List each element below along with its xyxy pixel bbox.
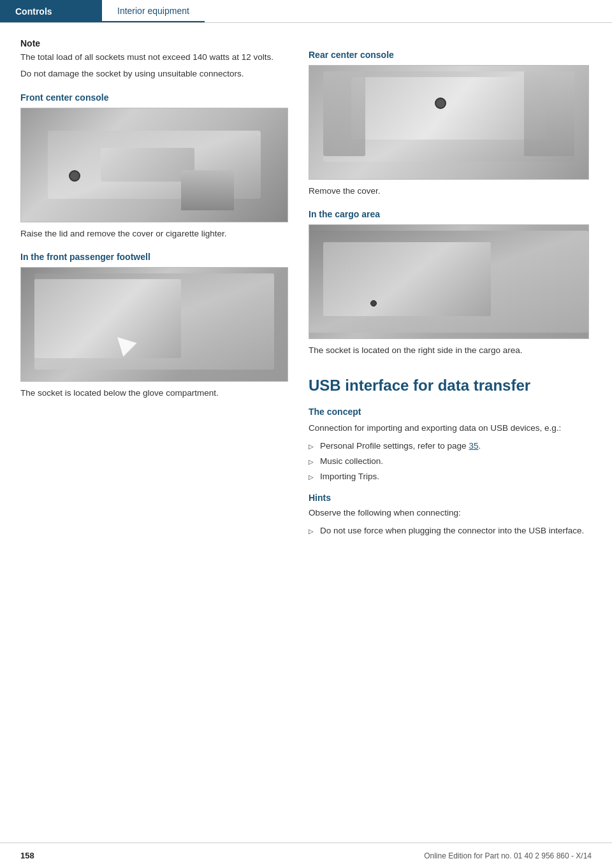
footwell-image — [20, 267, 288, 382]
footer-text: Online Edition for Part no. 01 40 2 956 … — [424, 851, 592, 860]
concept-bullets: Personal Profile settings, refer to page… — [309, 440, 589, 484]
concept-text: Connection for importing and exporting d… — [309, 422, 589, 435]
tab-controls[interactable]: Controls — [0, 0, 102, 22]
front-console-placeholder — [21, 108, 288, 222]
bullet-text-2: Music collection. — [320, 456, 383, 466]
rear-console-caption: Remove the cover. — [309, 185, 589, 198]
main-content: Note The total load of all sockets must … — [0, 23, 612, 583]
hint-text-1: Do not use force when plugging the conne… — [320, 526, 584, 535]
front-console-image — [20, 108, 288, 222]
front-console-caption: Raise the lid and remove the cover or ci… — [20, 228, 288, 240]
bullet-text-3: Importing Trips. — [320, 472, 379, 481]
cargo-image — [309, 224, 589, 339]
hints-text: Observe the following when connecting: — [309, 507, 589, 519]
tab-interior-equipment[interactable]: Interior equipment — [102, 0, 205, 22]
bullet-suffix-1: . — [478, 441, 481, 451]
bullet-music: Music collection. — [309, 455, 589, 468]
note-text-1: The total load of all sockets must not e… — [20, 51, 288, 64]
controls-label: Controls — [15, 6, 52, 17]
interior-label: Interior equipment — [117, 6, 189, 16]
cargo-caption: The socket is located on the right side … — [309, 344, 589, 357]
hints-heading: Hints — [309, 493, 589, 503]
front-console-heading: Front center console — [20, 92, 288, 103]
hint-bullet-1: Do not use force when plugging the conne… — [309, 524, 589, 537]
bullet-trips: Importing Trips. — [309, 470, 589, 483]
rear-console-heading: Rear center console — [309, 50, 589, 60]
right-column: Rear center console Remove the cover. In… — [309, 38, 589, 545]
footwell-placeholder — [21, 268, 288, 381]
usb-heading: USB interface for data transfer — [309, 375, 589, 395]
cargo-heading: In the cargo area — [309, 209, 589, 219]
page-number: 158 — [20, 851, 34, 860]
rear-console-placeholder — [309, 66, 588, 179]
note-text-2: Do not damage the socket by using unsuit… — [20, 68, 288, 80]
rear-console-image — [309, 65, 589, 180]
bullet-text-1: Personal Profile settings, refer to page — [320, 441, 469, 451]
footwell-heading: In the front passenger footwell — [20, 252, 288, 262]
link-page-35[interactable]: 35 — [469, 441, 478, 451]
page-footer: 158 Online Edition for Part no. 01 40 2 … — [0, 843, 612, 868]
left-column: Note The total load of all sockets must … — [20, 38, 288, 545]
concept-heading: The concept — [309, 407, 589, 417]
cargo-placeholder — [309, 225, 588, 338]
bullet-personal-profile: Personal Profile settings, refer to page… — [309, 440, 589, 452]
hints-bullets: Do not use force when plugging the conne… — [309, 524, 589, 537]
note-label: Note — [20, 38, 288, 48]
footwell-caption: The socket is located below the glove co… — [20, 387, 288, 400]
page-header: Controls Interior equipment — [0, 0, 612, 23]
